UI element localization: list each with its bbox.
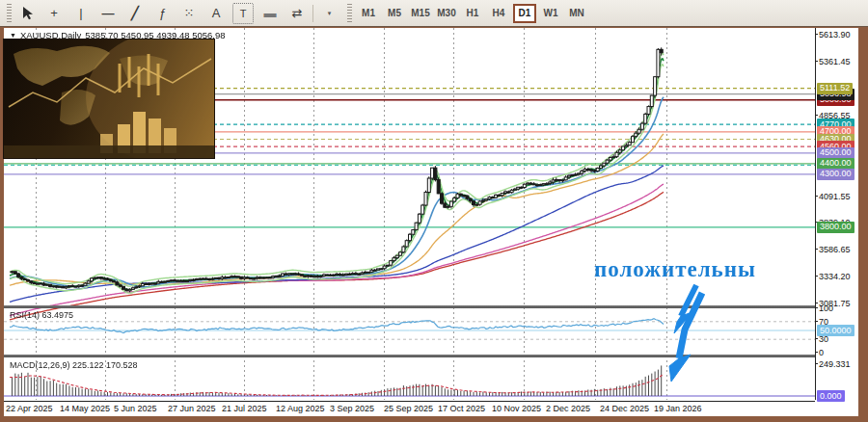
date-label: 12 Aug 2025 bbox=[276, 404, 325, 413]
date-label: 21 Jul 2025 bbox=[222, 404, 267, 413]
rsi-level-badge: 50.0000 bbox=[817, 325, 854, 336]
timeframe-m30-button[interactable]: M30 bbox=[435, 4, 458, 23]
timeframe-d1-button[interactable]: D1 bbox=[513, 4, 536, 23]
rsi-tick-label: 100 bbox=[819, 303, 833, 313]
toolbar: +|—╱ƒ⁙AT▬⇄ ▾ M1M5M15M30H1H4D1W1MN bbox=[0, 0, 868, 27]
vertical-line-tool-button[interactable]: | bbox=[70, 3, 92, 24]
shapes-tool-button[interactable]: ▬ bbox=[259, 3, 281, 24]
gold-market-image bbox=[4, 40, 214, 158]
timeframe-w1-button[interactable]: W1 bbox=[539, 4, 562, 23]
timeframe-h4-button[interactable]: H4 bbox=[487, 4, 510, 23]
price-level-badge: 3800.00 bbox=[817, 222, 854, 233]
price-tick-label: 3334.20 bbox=[819, 272, 851, 281]
date-label: 24 Dec 2025 bbox=[600, 404, 649, 413]
price-level-badge: 5111.52 bbox=[817, 83, 853, 94]
date-label: 5 Jun 2025 bbox=[114, 404, 157, 413]
date-label: 27 Jun 2025 bbox=[168, 404, 216, 413]
chevron-down-icon[interactable]: ▼ bbox=[10, 32, 16, 39]
price-tick-label: 5613.90 bbox=[819, 30, 851, 40]
application-window: +|—╱ƒ⁙AT▬⇄ ▾ M1M5M15M30H1H4D1W1MN ▼ XAUU… bbox=[0, 0, 868, 422]
timeframe-m5-button[interactable]: M5 bbox=[383, 4, 406, 23]
drawing-tools-group: +|—╱ƒ⁙AT▬⇄ bbox=[16, 3, 308, 24]
date-label: 2 Dec 2025 bbox=[546, 404, 590, 413]
price-tick-label: 3586.65 bbox=[819, 245, 851, 254]
price-axis[interactable]: 5613.905361.454856.554091.553839.103586.… bbox=[815, 28, 858, 400]
annotation-arrows[interactable] bbox=[621, 274, 737, 394]
toolbar-separator bbox=[312, 5, 313, 22]
date-label: 19 Jan 2026 bbox=[654, 404, 702, 413]
text-tool-button[interactable]: A bbox=[205, 3, 227, 24]
date-label: 3 Sep 2025 bbox=[330, 404, 374, 413]
timeframe-h1-button[interactable]: H1 bbox=[461, 4, 484, 23]
date-label: 14 May 2025 bbox=[60, 404, 110, 413]
date-axis[interactable]: 22 Apr 202514 May 20255 Jun 202527 Jun 2… bbox=[4, 401, 815, 416]
timeframe-mn-button[interactable]: MN bbox=[565, 4, 588, 23]
price-tick-label: 5361.45 bbox=[819, 57, 851, 66]
trend-line-tool-button[interactable]: ╱ bbox=[124, 3, 146, 24]
date-label: 17 Oct 2025 bbox=[438, 404, 485, 413]
text-label-tool-button[interactable]: T bbox=[232, 3, 254, 24]
date-label: 10 Nov 2025 bbox=[492, 404, 541, 413]
rsi-indicator-label: RSI(14) 63.4975 bbox=[10, 310, 73, 320]
fibonacci-tool-button[interactable]: ƒ bbox=[151, 3, 173, 24]
arrows-tool-button[interactable]: ⇄ bbox=[286, 3, 308, 24]
macd-zero-badge: 0.000 bbox=[817, 390, 845, 402]
date-label: 22 Apr 2025 bbox=[6, 404, 53, 413]
price-level-badge: 4400.00 bbox=[817, 158, 854, 170]
timeframes-group: M1M5M15M30H1H4D1W1MN bbox=[357, 4, 588, 23]
price-level-badge: 4300.00 bbox=[817, 169, 854, 180]
price-tick-label: 4091.55 bbox=[819, 192, 851, 201]
cursor-tool-button[interactable] bbox=[16, 3, 38, 24]
timeframe-m15-button[interactable]: M15 bbox=[409, 4, 432, 23]
grid-tool-tool-button[interactable]: ⁙ bbox=[178, 3, 200, 24]
rsi-tick-label: 0 bbox=[819, 348, 824, 357]
crosshair-tool-button[interactable]: + bbox=[43, 3, 65, 24]
macd-indicator-label: MACD(12,26,9) 225.122 170.528 bbox=[10, 360, 138, 370]
chart-window: ▼ XAUUSD,Daily 5385.70 5450.95 4939.48 5… bbox=[4, 28, 858, 416]
toolbar-drag-handle[interactable] bbox=[347, 4, 352, 23]
date-label: 25 Sep 2025 bbox=[384, 404, 433, 413]
price-level-badge: 4500.00 bbox=[817, 147, 854, 159]
timeframe-m1-button[interactable]: M1 bbox=[357, 4, 380, 23]
arrows-dropdown-caret[interactable]: ▾ bbox=[318, 3, 339, 24]
toolbar-drag-handle[interactable] bbox=[7, 4, 12, 23]
horizontal-line-tool-button[interactable]: — bbox=[97, 3, 119, 24]
macd-tick-label: 249.331 bbox=[819, 359, 851, 369]
